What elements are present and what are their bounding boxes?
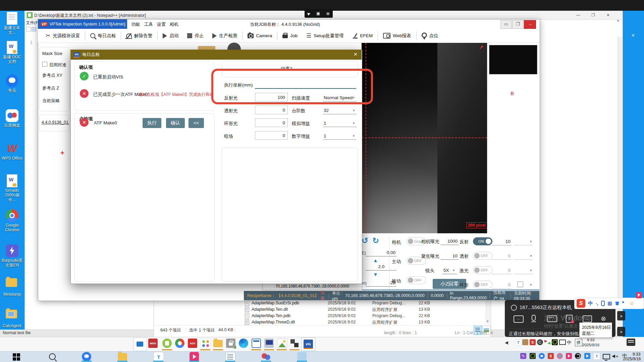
screen-icon[interactable]: ▣ [316,11,320,16]
floating-control-toolbar[interactable]: ▶ ▣ ⊗ [305,9,333,18]
overlay-close-icon[interactable]: ⊗ [326,11,330,16]
remote-client-bar: 150 715 464 5 游戏 ✕ 632 118 916 ✕ + ⤢ — □… [0,0,644,362]
pointer-icon[interactable]: ▶ [307,11,311,16]
